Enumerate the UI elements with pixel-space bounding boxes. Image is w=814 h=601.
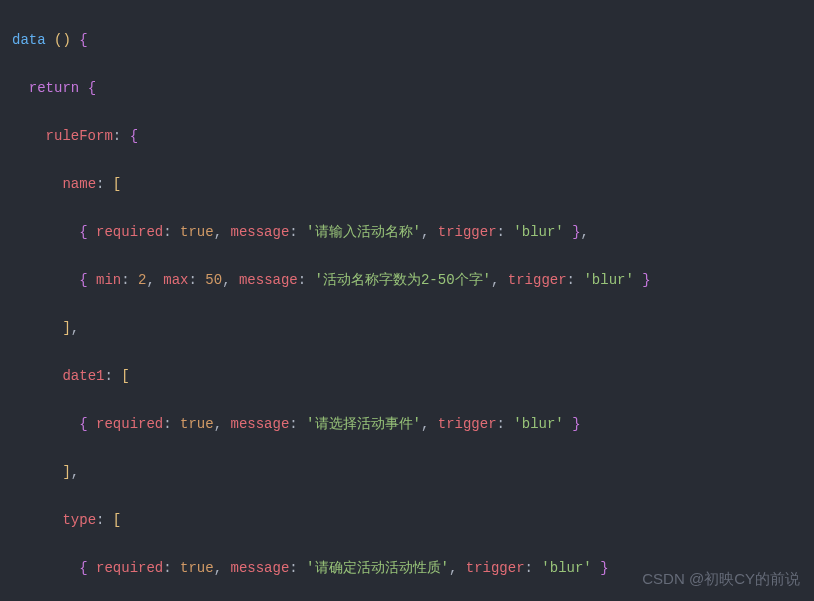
code-line: ruleForm: { bbox=[12, 124, 814, 148]
code-line: { required: true, message: '请输入活动名称', tr… bbox=[12, 220, 814, 244]
code-line: { min: 2, max: 50, message: '活动名称字数为2-50… bbox=[12, 268, 814, 292]
code-line: { required: true, message: '请确定活动活动性质', … bbox=[12, 556, 814, 580]
function-name: data bbox=[12, 32, 46, 48]
code-editor: data () { return { ruleForm: { name: [ {… bbox=[0, 0, 814, 601]
code-line: type: [ bbox=[12, 508, 814, 532]
code-line: return { bbox=[12, 76, 814, 100]
code-line: date1: [ bbox=[12, 364, 814, 388]
code-line: data () { bbox=[12, 28, 814, 52]
code-line: { required: true, message: '请选择活动事件', tr… bbox=[12, 412, 814, 436]
code-line: name: [ bbox=[12, 172, 814, 196]
code-line: ], bbox=[12, 316, 814, 340]
keyword-return: return bbox=[29, 80, 79, 96]
code-line: ], bbox=[12, 460, 814, 484]
